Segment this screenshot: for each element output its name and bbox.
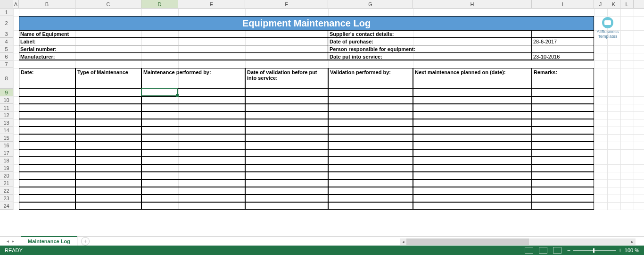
row-header-16[interactable]: 16: [0, 142, 13, 149]
table-cell-r14-c0[interactable]: [19, 127, 75, 134]
table-cell-r16-c0[interactable]: [19, 142, 75, 149]
table-cell-r14-c1[interactable]: [75, 127, 141, 134]
row-header-21[interactable]: 21: [0, 179, 13, 187]
table-cell-r13-c0[interactable]: [19, 119, 75, 127]
table-cell-r16-c2[interactable]: [141, 142, 245, 149]
table-cell-r22-c4[interactable]: [328, 187, 413, 195]
column-header-C[interactable]: C: [75, 0, 141, 8]
table-cell-r14-c2[interactable]: [141, 127, 245, 134]
row-header-22[interactable]: 22: [0, 187, 13, 195]
table-cell-r18-c6[interactable]: [532, 157, 594, 164]
table-cell-r21-c2[interactable]: [141, 179, 245, 187]
table-cell-r11-c2[interactable]: [141, 104, 245, 111]
zoom-out-button[interactable]: −: [567, 247, 570, 254]
table-cell-r24-c3[interactable]: [245, 202, 328, 210]
info-right-value-3[interactable]: 23-10-2016: [532, 53, 594, 60]
tab-nav-buttons[interactable]: ◂ ▸: [0, 238, 21, 244]
table-cell-r13-c1[interactable]: [75, 119, 141, 127]
row-header-20[interactable]: 20: [0, 172, 13, 179]
table-cell-r17-c6[interactable]: [532, 149, 594, 157]
table-cell-r21-c5[interactable]: [413, 179, 532, 187]
table-cell-r17-c2[interactable]: [141, 149, 245, 157]
table-cell-r24-c4[interactable]: [328, 202, 413, 210]
scroll-track[interactable]: [406, 238, 629, 245]
column-header-A[interactable]: A: [13, 0, 19, 8]
table-cell-r21-c6[interactable]: [532, 179, 594, 187]
table-cell-r11-c0[interactable]: [19, 104, 75, 111]
column-header-G[interactable]: G: [328, 0, 413, 8]
sheet-tab-active[interactable]: Maintenance Log: [21, 236, 77, 246]
table-cell-r10-c0[interactable]: [19, 96, 75, 104]
table-cell-r16-c1[interactable]: [75, 142, 141, 149]
table-cell-r13-c3[interactable]: [245, 119, 328, 127]
table-cell-r18-c1[interactable]: [75, 157, 141, 164]
table-cell-r12-c0[interactable]: [19, 111, 75, 119]
table-cell-r22-c0[interactable]: [19, 187, 75, 195]
info-right-value-2[interactable]: [532, 45, 594, 53]
table-cell-r18-c5[interactable]: [413, 157, 532, 164]
row-header-9[interactable]: 9: [0, 89, 13, 96]
select-all-corner[interactable]: [0, 0, 13, 8]
tab-nav-next-icon[interactable]: ▸: [12, 238, 14, 244]
table-cell-r9-c0[interactable]: [19, 89, 75, 96]
table-cell-r24-c2[interactable]: [141, 202, 245, 210]
table-cell-r11-c1[interactable]: [75, 104, 141, 111]
table-cell-r15-c5[interactable]: [413, 134, 532, 142]
add-sheet-button[interactable]: +: [81, 237, 90, 246]
table-cell-r10-c4[interactable]: [328, 96, 413, 104]
table-cell-r12-c1[interactable]: [75, 111, 141, 119]
table-cell-r13-c4[interactable]: [328, 119, 413, 127]
row-header-6[interactable]: 6: [0, 53, 13, 60]
row-header-1[interactable]: 1: [0, 8, 13, 16]
table-cell-r18-c2[interactable]: [141, 157, 245, 164]
row-header-10[interactable]: 10: [0, 96, 13, 104]
row-header-12[interactable]: 12: [0, 111, 13, 119]
table-cell-r18-c3[interactable]: [245, 157, 328, 164]
table-cell-r18-c4[interactable]: [328, 157, 413, 164]
table-cell-r18-c0[interactable]: [19, 157, 75, 164]
table-cell-r15-c6[interactable]: [532, 134, 594, 142]
table-cell-r21-c4[interactable]: [328, 179, 413, 187]
table-cell-r23-c0[interactable]: [19, 195, 75, 202]
column-header-D[interactable]: D: [141, 0, 178, 8]
tab-nav-first-icon[interactable]: ◂: [7, 238, 9, 244]
table-cell-r24-c5[interactable]: [413, 202, 532, 210]
table-cell-r22-c1[interactable]: [75, 187, 141, 195]
scroll-right-icon[interactable]: ▸: [629, 238, 636, 245]
table-cell-r9-c5[interactable]: [413, 89, 532, 96]
table-cell-r19-c6[interactable]: [532, 164, 594, 172]
row-header-15[interactable]: 15: [0, 134, 13, 142]
table-cell-r22-c3[interactable]: [245, 187, 328, 195]
table-cell-r9-c3[interactable]: [245, 89, 328, 96]
table-cell-r12-c5[interactable]: [413, 111, 532, 119]
table-cell-r10-c5[interactable]: [413, 96, 532, 104]
table-cell-r11-c4[interactable]: [328, 104, 413, 111]
table-cell-r20-c4[interactable]: [328, 172, 413, 179]
table-cell-r17-c1[interactable]: [75, 149, 141, 157]
table-cell-r10-c2[interactable]: [141, 96, 245, 104]
table-cell-r20-c1[interactable]: [75, 172, 141, 179]
view-page-break-icon[interactable]: [553, 247, 561, 254]
column-header-K[interactable]: K: [607, 0, 620, 8]
table-cell-r11-c6[interactable]: [532, 104, 594, 111]
table-cell-r23-c4[interactable]: [328, 195, 413, 202]
table-cell-r24-c1[interactable]: [75, 202, 141, 210]
table-cell-r17-c0[interactable]: [19, 149, 75, 157]
scroll-thumb[interactable]: [406, 238, 529, 245]
table-cell-r9-c4[interactable]: [328, 89, 413, 96]
table-cell-r19-c3[interactable]: [245, 164, 328, 172]
table-cell-r20-c6[interactable]: [532, 172, 594, 179]
table-cell-r11-c3[interactable]: [245, 104, 328, 111]
row-header-8[interactable]: 8: [0, 68, 13, 89]
column-header-I[interactable]: I: [532, 0, 594, 8]
horizontal-scrollbar[interactable]: ◂ ▸: [400, 238, 636, 246]
table-cell-r15-c1[interactable]: [75, 134, 141, 142]
table-cell-r10-c3[interactable]: [245, 96, 328, 104]
table-cell-r13-c2[interactable]: [141, 119, 245, 127]
row-header-17[interactable]: 17: [0, 149, 13, 157]
row-header-4[interactable]: 4: [0, 38, 13, 45]
table-cell-r22-c2[interactable]: [141, 187, 245, 195]
table-cell-r12-c2[interactable]: [141, 111, 245, 119]
table-cell-r24-c6[interactable]: [532, 202, 594, 210]
row-header-5[interactable]: 5: [0, 45, 13, 53]
